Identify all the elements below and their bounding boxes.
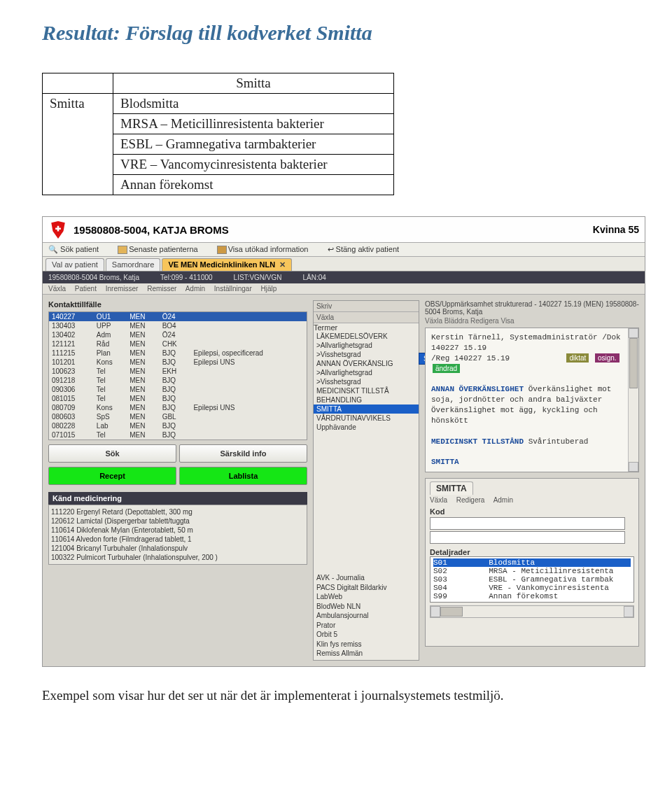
menu-remisser[interactable]: Remisser	[147, 285, 176, 293]
contact-row[interactable]: 080603SpSMENGBL	[49, 412, 307, 421]
term-item[interactable]: >Allvarlighetsgrad	[314, 368, 419, 377]
menu-inremisser[interactable]: Inremisser	[106, 285, 139, 293]
external-link-item[interactable]: Ambulansjournal	[316, 611, 416, 621]
status-bar: 19580808-5004 Broms, Katja Tel:099 - 411…	[43, 272, 645, 283]
contact-row[interactable]: 080709KonsMENBJQEpilepsi UNS	[49, 403, 307, 412]
scroll-left-icon[interactable]	[430, 606, 440, 617]
term-item[interactable]: VÅRDRUTINAVVIKELS	[314, 414, 419, 423]
codetable-empty	[43, 73, 113, 94]
term-item[interactable]: >Allvarlighetsgrad	[314, 341, 419, 350]
detalj-row[interactable]: S99 Annan förekomst	[433, 592, 631, 600]
terms-panel: Skriv Växla Termer LÄKEMEDELSÖVERK>Allva…	[313, 300, 419, 661]
smitta-menu-redigera[interactable]: Redigera	[456, 496, 485, 504]
contact-row[interactable]: 130402AdmMENÖ24	[49, 330, 307, 339]
tab-bar: Val av patient Samordnare VE MEN Medicin…	[43, 257, 645, 272]
close-tab-icon[interactable]: ✕	[279, 260, 286, 269]
detaljrader-list[interactable]: S01 BlodsmittaS02 MRSA - Meticillinresis…	[430, 556, 634, 603]
recept-button[interactable]: Recept	[48, 467, 176, 485]
contact-row[interactable]: 091218TelMENBJQ	[49, 376, 307, 385]
codetable-row: VRE – Vancomycinresistenta bakterier	[113, 155, 394, 175]
lablista-button[interactable]: Lablista	[179, 467, 307, 485]
terms-menu-skriv[interactable]: Skriv	[314, 301, 419, 312]
term-item[interactable]: LÄKEMEDELSÖVERK	[314, 332, 419, 341]
scroll-hthumb[interactable]	[440, 607, 463, 617]
recent-patients-button[interactable]: Senaste patienterna	[118, 245, 206, 253]
codetable-left-label: Smitta	[43, 94, 113, 195]
sok-button[interactable]: Sök	[48, 444, 176, 463]
scroll-down-icon[interactable]	[629, 462, 638, 472]
term-item[interactable]: MEDICINSKT TILLSTÅ	[314, 386, 419, 395]
contact-table[interactable]: 140227OU1MENÖ24130403UPPMENBO4130402AdmM…	[48, 311, 307, 440]
tab-samordnare[interactable]: Samordnare	[106, 258, 161, 271]
contact-title: Kontakttillfälle	[48, 300, 307, 309]
detalj-row[interactable]: S02 MRSA - Meticillinresistenta	[433, 567, 631, 575]
term-item[interactable]: SMITTA	[314, 404, 419, 414]
show-extended-button[interactable]: Visa utökad information	[217, 245, 317, 253]
contact-row[interactable]: 090306TelMENBJQ	[49, 385, 307, 394]
external-links-list[interactable]: AVK - JournaliaPACS Digitalt BildarkivLa…	[314, 572, 419, 660]
smitta-panel: SMITTA Växla Redigera Admin Kod Detaljra…	[425, 478, 639, 647]
badge-diktat: diktat	[566, 353, 589, 363]
badge-andrad: ändrad	[433, 364, 460, 374]
kod-input-1[interactable]	[430, 517, 625, 530]
section-annan-title: ANNAN ÖVERKÄNSLIGHET	[431, 385, 524, 393]
codetable-row: Annan förekomst	[113, 175, 394, 195]
smitta-menu-vaxla[interactable]: Växla	[430, 496, 447, 504]
contact-row[interactable]: 121121RådMENCHK	[49, 339, 307, 349]
menu-installningar[interactable]: Inställningar	[214, 285, 252, 293]
external-link-item[interactable]: PACS Digitalt Bildarkiv	[316, 583, 416, 593]
terms-list[interactable]: LÄKEMEDELSÖVERK>Allvarlighetsgrad>Visshe…	[314, 332, 419, 432]
contact-row[interactable]: 071015TelMENBJQ	[49, 430, 307, 440]
external-link-item[interactable]: BlodWeb NLN	[316, 602, 416, 612]
medication-line: 100322 Pulmicort Turbuhaler (Inhalations…	[51, 553, 304, 562]
contact-row[interactable]: 130403UPPMENBO4	[49, 321, 307, 330]
obs-menu[interactable]: Växla Bläddra Redigera Visa	[425, 317, 639, 325]
obs-scrollbar[interactable]	[628, 328, 638, 472]
detalj-row[interactable]: S03 ESBL - Gramnegativa tarmbak	[433, 575, 631, 584]
medication-line: 110614 Diklofenak Mylan (Enterotablett, …	[51, 526, 304, 535]
detalj-row[interactable]: S04 VRE - Vankomycinresistenta	[433, 584, 631, 592]
external-link-item[interactable]: LabWeb	[316, 592, 416, 602]
medication-line: 111220 Ergenyl Retard (Depottablett, 300…	[51, 507, 304, 516]
detalj-row[interactable]: S01 Blodsmitta	[433, 558, 631, 567]
external-link-item[interactable]: Orbit 5	[316, 630, 416, 640]
tab-val-av-patient[interactable]: Val av patient	[46, 258, 104, 271]
external-link-item[interactable]: AVK - Journalia	[316, 573, 416, 583]
external-link-item[interactable]: Klin fys remiss	[316, 640, 416, 649]
scroll-thumb[interactable]	[629, 338, 638, 388]
term-item[interactable]: ANNAN ÖVERKÄNSLIG	[314, 359, 419, 368]
detalj-hscrollbar[interactable]	[430, 605, 634, 618]
contact-row[interactable]: 080228LabMENBJQ	[49, 421, 307, 430]
scroll-up-icon[interactable]	[629, 328, 638, 338]
menu-vaxla[interactable]: Växla	[48, 285, 66, 293]
terms-menu-vaxla[interactable]: Växla	[314, 312, 419, 323]
scroll-right-icon[interactable]	[624, 606, 634, 617]
term-item[interactable]: BEHANDLING	[314, 395, 419, 404]
contact-row[interactable]: 100623TelMENEKH	[49, 367, 307, 376]
term-item[interactable]: >Visshetsgrad	[314, 350, 419, 359]
codetable-row: ESBL – Gramnegativa tarmbakterier	[113, 134, 394, 155]
kod-input-2[interactable]	[430, 531, 625, 544]
external-link-item[interactable]: Prator	[316, 621, 416, 631]
close-patient-button[interactable]: ↩ Stäng aktiv patient	[328, 245, 408, 253]
contact-row[interactable]: 140227OU1MENÖ24	[49, 312, 307, 322]
term-item[interactable]: >Visshetsgrad	[314, 377, 419, 386]
contact-row[interactable]: 081015TelMENBJQ	[49, 394, 307, 403]
menu-patient[interactable]: Patient	[75, 285, 97, 293]
sarskild-info-button[interactable]: Särskild info	[179, 444, 307, 463]
main-toolbar: 🔍 Sök patient Senaste patienterna Visa u…	[43, 243, 645, 257]
badge-osign: osign.	[595, 353, 620, 363]
kod-label: Kod	[430, 507, 634, 516]
search-patient-button[interactable]: 🔍 Sök patient	[48, 245, 107, 253]
app-logo-icon	[48, 220, 68, 239]
contact-row[interactable]: 101201KonsMENBJQEpilepsi UNS	[49, 358, 307, 367]
smitta-menu-admin[interactable]: Admin	[493, 496, 513, 504]
smitta-panel-tab[interactable]: SMITTA	[430, 481, 473, 495]
tab-ve-men[interactable]: VE MEN Medicinkliniken NLN✕	[162, 258, 292, 271]
menu-admin[interactable]: Admin	[186, 285, 205, 293]
menu-bar: Växla Patient Inremisser Remisser Admin …	[43, 283, 645, 295]
contact-row[interactable]: 111215PlanMENBJQEpilepsi, ospecificerad	[49, 349, 307, 358]
external-link-item[interactable]: Remiss Allmän	[316, 649, 416, 659]
menu-hjalp[interactable]: Hjälp	[261, 285, 277, 293]
term-item[interactable]: Upphävande	[314, 423, 419, 432]
